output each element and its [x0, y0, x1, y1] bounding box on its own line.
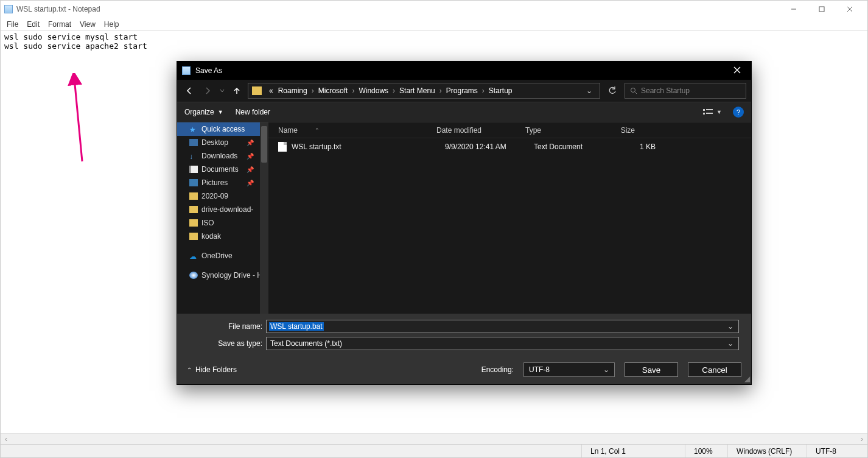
chevron-down-icon[interactable]: ⌄ — [603, 365, 609, 374]
close-button[interactable] — [836, 1, 864, 18]
svg-rect-12 — [703, 113, 705, 114]
maximize-button[interactable] — [808, 1, 836, 18]
tree-item[interactable]: ↓Downloads📌 — [177, 149, 268, 163]
tree-item[interactable]: ☁OneDrive — [177, 249, 268, 262]
file-icon — [278, 142, 287, 152]
breadcrumb-seg[interactable]: Startup — [486, 86, 515, 95]
tree-item[interactable]: Synology Drive - H — [177, 269, 268, 282]
nav-forward-button[interactable] — [200, 83, 215, 98]
file-row[interactable]: WSL startup.txt9/9/2020 12:41 AMText Doc… — [268, 138, 751, 155]
tree-item[interactable]: Pictures📌 — [177, 176, 268, 189]
status-position: Ln 1, Col 1 — [581, 445, 685, 457]
cancel-button[interactable]: Cancel — [688, 362, 741, 377]
breadcrumb-prefix[interactable]: « — [267, 86, 276, 95]
tree-item-label: OneDrive — [201, 252, 233, 260]
cloud-icon: ☁ — [189, 252, 198, 259]
organize-button[interactable]: Organize ▼ — [184, 108, 223, 116]
chevron-right-icon[interactable]: › — [480, 86, 486, 95]
nav-back-button[interactable] — [182, 83, 197, 98]
filename-label: File name: — [214, 322, 262, 331]
chevron-down-icon: ▼ — [218, 109, 223, 115]
address-dropdown-icon[interactable]: ⌄ — [583, 86, 596, 95]
tree-item[interactable]: kodak — [177, 230, 268, 243]
resize-grip-icon[interactable]: ◢ — [744, 375, 750, 383]
breadcrumb-seg[interactable]: Roaming — [276, 86, 310, 95]
nav-recent-dropdown[interactable] — [219, 83, 226, 98]
filename-input[interactable]: WSL startup.bat ⌄ — [266, 320, 739, 333]
column-headers[interactable]: Name ⌃ Date modified Type Size — [268, 122, 751, 138]
scroll-left-icon[interactable]: ‹ — [1, 435, 12, 443]
new-folder-button[interactable]: New folder — [236, 108, 270, 116]
view-icon — [703, 108, 714, 116]
menu-edit[interactable]: Edit — [27, 20, 40, 29]
save-button[interactable]: Save — [625, 362, 678, 377]
col-name[interactable]: Name — [278, 126, 298, 135]
file-size: 1 KB — [607, 143, 656, 151]
breadcrumb-seg[interactable]: Start Menu — [397, 86, 438, 95]
menu-file[interactable]: File — [7, 20, 18, 29]
col-type[interactable]: Type — [525, 126, 598, 135]
chevron-right-icon[interactable]: › — [350, 86, 356, 95]
tree-item[interactable]: ★Quick access — [177, 122, 268, 136]
savetype-select[interactable]: Text Documents (*.txt) ⌄ — [266, 337, 739, 350]
view-options-button[interactable]: ▼ — [703, 108, 722, 116]
status-encoding: UTF-8 — [807, 445, 867, 457]
chevron-right-icon[interactable]: › — [438, 86, 444, 95]
chevron-down-icon[interactable]: ⌄ — [725, 322, 736, 331]
chevron-down-icon[interactable]: ⌄ — [725, 339, 736, 348]
tree-item-label: 2020-09 — [201, 192, 228, 200]
menu-view[interactable]: View — [80, 20, 96, 29]
hide-folders-button[interactable]: ⌃ Hide Folders — [187, 365, 237, 374]
refresh-button[interactable] — [604, 83, 621, 99]
scrollbar-thumb[interactable] — [261, 126, 267, 163]
notepad-statusbar: Ln 1, Col 1 100% Windows (CRLF) UTF-8 — [1, 444, 867, 457]
horizontal-scrollbar[interactable]: ‹ › — [1, 433, 867, 444]
hide-folders-label: Hide Folders — [195, 365, 237, 374]
minimize-button[interactable] — [780, 1, 808, 18]
pics-icon — [189, 179, 198, 186]
notepad-titlebar[interactable]: WSL startup.txt - Notepad — [1, 1, 867, 18]
scroll-right-icon[interactable]: › — [856, 435, 867, 443]
tree-item-label: Downloads — [201, 152, 237, 160]
dialog-close-button[interactable] — [728, 66, 746, 76]
chevron-right-icon[interactable]: › — [310, 86, 316, 95]
tree-item[interactable]: ISO — [177, 216, 268, 230]
syn-icon — [189, 272, 198, 279]
menu-help[interactable]: Help — [104, 20, 119, 29]
tree-item[interactable]: Desktop📌 — [177, 136, 268, 149]
breadcrumb-seg[interactable]: Microsoft — [316, 86, 351, 95]
dialog-titlebar[interactable]: Save As — [177, 62, 751, 80]
tree-item[interactable]: drive-download- — [177, 203, 268, 216]
notepad-title: WSL startup.txt - Notepad — [16, 5, 100, 13]
tree-item-label: Desktop — [201, 138, 228, 147]
breadcrumb-seg[interactable]: Windows — [356, 86, 391, 95]
dialog-toolbar: Organize ▼ New folder ▼ ? — [177, 102, 751, 122]
col-date[interactable]: Date modified — [436, 126, 525, 135]
file-name: WSL startup.txt — [292, 143, 445, 151]
dialog-bottom-bar: ⌃ Hide Folders Encoding: UTF-8 ⌄ Save Ca… — [177, 358, 751, 384]
help-button[interactable]: ? — [733, 107, 744, 118]
menu-format[interactable]: Format — [48, 20, 71, 29]
tree-item-label: Quick access — [201, 125, 245, 133]
chevron-down-icon: ▼ — [716, 109, 722, 115]
col-size[interactable]: Size — [598, 126, 647, 135]
tree-item[interactable]: 2020-09 — [177, 189, 268, 203]
tree-item-label: kodak — [201, 232, 221, 241]
tree-item[interactable]: Documents📌 — [177, 163, 268, 176]
encoding-select[interactable]: UTF-8 ⌄ — [523, 362, 615, 377]
encoding-label: Encoding: — [481, 365, 514, 374]
folder-icon — [189, 233, 198, 240]
breadcrumb-seg[interactable]: Programs — [444, 86, 480, 95]
tree-scrollbar[interactable] — [260, 122, 268, 314]
search-icon — [630, 87, 637, 94]
chevron-right-icon[interactable]: › — [391, 86, 397, 95]
savetype-label: Save as type: — [214, 339, 262, 348]
address-bar[interactable]: « Roaming› Microsoft› Windows› Start Men… — [248, 83, 600, 99]
search-placeholder: Search Startup — [641, 86, 690, 95]
status-zoom: 100% — [685, 445, 727, 457]
folder-tree[interactable]: ★Quick accessDesktop📌↓Downloads📌Document… — [177, 122, 268, 314]
save-as-dialog: Save As « Roaming› Microsoft› Windows› S… — [177, 61, 752, 385]
nav-up-button[interactable] — [229, 83, 244, 98]
search-input[interactable]: Search Startup — [625, 83, 746, 99]
notepad-icon — [4, 5, 13, 13]
